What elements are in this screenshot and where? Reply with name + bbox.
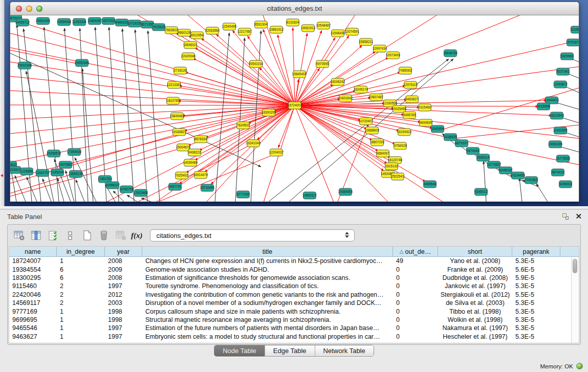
cell-name[interactable]: 9115460 xyxy=(9,282,57,290)
graph-node[interactable]: 16782759 xyxy=(119,186,134,193)
row-stack-icon[interactable] xyxy=(63,229,77,242)
graph-node[interactable]: 8531304 xyxy=(255,21,268,28)
graph-node[interactable]: 12213363 xyxy=(167,81,182,89)
graph-node[interactable]: 15858211 xyxy=(359,38,373,46)
cell-out_degree[interactable]: 0 xyxy=(393,308,438,315)
cell-short[interactable]: Stergiakouli et al. (2012) xyxy=(438,291,512,298)
cell-short[interactable]: Tibbo et al. (1998) xyxy=(438,308,512,315)
graph-node[interactable]: 3915919 xyxy=(10,166,21,173)
cell-title[interactable]: Investigating the contribution of common… xyxy=(142,291,393,298)
graph-node[interactable]: 16914479 xyxy=(193,171,208,179)
cell-name[interactable]: 9699695 xyxy=(9,316,57,323)
graph-node[interactable]: 8131824 xyxy=(287,19,299,26)
graph-node[interactable]: 1810755 xyxy=(167,97,180,104)
delete-table-icon[interactable] xyxy=(114,229,127,242)
cell-pagerank[interactable]: 5.3E-5 xyxy=(512,282,560,290)
cell-year[interactable]: 1998 xyxy=(105,316,142,323)
cell-year[interactable]: 2009 xyxy=(105,266,142,273)
table-row[interactable]: 1456911722003Disruption of a novel membe… xyxy=(9,299,579,307)
graph-node[interactable]: 14569117 xyxy=(302,192,317,199)
network-graph-canvas[interactable]: 1872400798760121405571220691406105549381… xyxy=(10,15,579,202)
cell-out_degree[interactable]: 0 xyxy=(393,324,438,332)
cell-pagerank[interactable]: 5.3E-5 xyxy=(512,324,560,332)
tab-edge-table[interactable]: Edge Table xyxy=(265,345,315,356)
cell-out_degree[interactable]: 49 xyxy=(393,257,438,265)
graph-node[interactable]: 9874410 xyxy=(552,169,564,176)
cell-out_degree[interactable]: 0 xyxy=(393,274,438,281)
graph-node[interactable]: 19061913 xyxy=(301,25,316,32)
graph-node[interactable]: 1527002 xyxy=(102,17,115,25)
graph-node[interactable]: 1615132 xyxy=(385,163,398,170)
select-columns-icon[interactable] xyxy=(30,229,43,242)
graph-node[interactable]: 16154923 xyxy=(397,128,412,136)
cell-out_degree[interactable]: 0 xyxy=(393,291,438,298)
graph-node[interactable]: 13505135 xyxy=(69,170,83,178)
vertical-scrollbar[interactable] xyxy=(571,257,579,343)
graph-node[interactable]: 20953346 xyxy=(75,59,90,67)
graph-node[interactable]: 16046242 xyxy=(331,78,345,85)
cell-name[interactable]: 22420046 xyxy=(9,291,57,298)
graph-node[interactable]: 7792363 xyxy=(525,177,538,184)
graph-node[interactable]: 10688609 xyxy=(365,127,380,134)
graph-node[interactable]: 15751874 xyxy=(566,39,579,46)
graph-node[interactable]: 22420046 xyxy=(181,53,196,60)
graph-node[interactable]: 9466161 xyxy=(116,19,128,26)
graph-node[interactable]: 11126250 xyxy=(570,26,579,33)
cell-title[interactable]: Estimation of the future numbers of pati… xyxy=(142,324,393,332)
cell-short[interactable]: Yano et al. (2008) xyxy=(438,257,512,265)
graph-node[interactable]: 10975887 xyxy=(58,161,73,168)
table-row[interactable]: 969969511998Structural magnetic resonanc… xyxy=(9,316,579,324)
cell-short[interactable]: Nakamura et al. (1997) xyxy=(438,324,512,332)
cell-name[interactable]: 9463627 xyxy=(9,333,57,340)
cell-name[interactable]: 19384554 xyxy=(9,266,57,273)
graph-node[interactable]: 9338925 xyxy=(444,134,457,141)
graph-node[interactable]: 9860128 xyxy=(178,29,191,36)
graph-node[interactable]: 9970595 xyxy=(316,60,329,68)
table-source-select[interactable]: citations_edges.txt xyxy=(150,229,355,242)
graph-node[interactable]: 9215958 xyxy=(537,103,550,110)
graph-node[interactable]: 16546021 xyxy=(183,41,198,49)
close-panel-icon[interactable]: ✕ xyxy=(575,212,582,221)
cell-short[interactable]: Franke et al. (2009) xyxy=(438,266,512,273)
graph-node[interactable]: 19166827 xyxy=(172,128,187,136)
delete-column-icon[interactable] xyxy=(97,229,111,242)
cell-out_degree[interactable]: 0 xyxy=(393,299,438,307)
graph-node[interactable]: 10653287 xyxy=(88,17,102,25)
column-header-in_degree[interactable]: in_degree xyxy=(57,247,105,256)
cell-name[interactable]: 9465546 xyxy=(9,324,57,332)
graph-node[interactable]: 2522541 xyxy=(391,173,404,180)
graph-node[interactable]: 10720407 xyxy=(359,118,374,125)
graph-node[interactable]: 9245012 xyxy=(475,188,488,195)
scrollbar-thumb[interactable] xyxy=(573,259,577,273)
graph-node[interactable]: 9463627 xyxy=(406,96,419,103)
column-settings-icon[interactable] xyxy=(13,229,26,242)
cell-year[interactable]: 2012 xyxy=(105,291,142,298)
column-header-out_degree[interactable]: △out_de… xyxy=(393,247,438,256)
cell-in_degree[interactable]: 1 xyxy=(57,333,105,340)
cell-pagerank[interactable]: 5.3E-5 xyxy=(512,333,560,340)
graph-node[interactable]: 7485063 xyxy=(399,67,412,74)
graph-node[interactable]: 12975115 xyxy=(403,81,418,89)
graph-node[interactable]: 15849482 xyxy=(170,113,185,120)
cell-name[interactable]: 9777169 xyxy=(9,308,57,315)
graph-node[interactable]: 9777169 xyxy=(237,191,250,198)
cell-title[interactable]: Embryonic stem cells: a model to study s… xyxy=(142,333,393,340)
graph-node[interactable]: 9457791 xyxy=(169,183,182,190)
graph-node[interactable]: 9115460 xyxy=(419,104,431,111)
graph-node[interactable]: 16773537 xyxy=(487,161,502,168)
graph-node[interactable]: 10063185 xyxy=(548,141,563,148)
panel-splitter[interactable] xyxy=(0,206,588,210)
graph-node[interactable]: 16341043 xyxy=(246,140,261,147)
cell-year[interactable]: 2003 xyxy=(105,299,142,307)
graph-node[interactable]: 8878334 xyxy=(194,136,207,143)
graph-node[interactable]: 10807487 xyxy=(369,94,384,101)
function-builder-icon[interactable]: f(x) xyxy=(131,231,143,240)
table-row[interactable]: 946554611997Estimation of the future num… xyxy=(9,324,579,332)
table-row[interactable]: 1872400712008Changes of HCN gene express… xyxy=(9,257,579,265)
graph-node[interactable]: 16245174 xyxy=(354,86,368,93)
graph-node[interactable]: 18300295 xyxy=(262,109,276,116)
cell-in_degree[interactable]: 1 xyxy=(57,324,105,332)
graph-node[interactable]: 9474444 xyxy=(467,147,480,155)
graph-node[interactable]: 20541016 xyxy=(249,60,264,68)
new-column-icon[interactable] xyxy=(80,229,94,242)
